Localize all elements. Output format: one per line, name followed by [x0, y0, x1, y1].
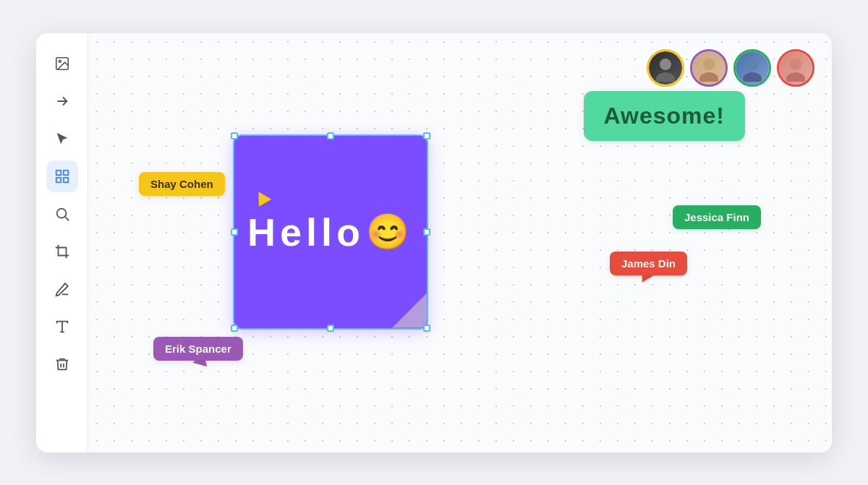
avatar-user3[interactable] — [733, 49, 771, 87]
svg-point-16 — [743, 72, 762, 82]
handle-tr[interactable] — [423, 132, 430, 140]
handle-tl[interactable] — [231, 132, 238, 140]
hello-emoji: 😊 — [366, 212, 414, 252]
svg-rect-5 — [56, 177, 60, 181]
avatar-image-4 — [779, 51, 812, 85]
svg-point-15 — [746, 59, 758, 70]
tool-search[interactable] — [46, 198, 78, 230]
tool-select[interactable] — [46, 123, 78, 155]
name-tag-jessica: Jessica Finn — [673, 205, 761, 229]
awesome-badge: Awesome! — [584, 91, 745, 141]
shay-name: Shay Cohen — [150, 178, 213, 190]
tool-text[interactable] — [46, 311, 78, 343]
svg-point-1 — [59, 60, 61, 62]
avatars-row — [647, 49, 814, 87]
svg-rect-4 — [63, 170, 67, 174]
svg-point-7 — [56, 208, 66, 218]
purple-card[interactable]: Hello😊 — [233, 134, 428, 330]
svg-point-12 — [656, 72, 675, 82]
avatar-user1[interactable] — [647, 49, 684, 87]
name-tag-shay: Shay Cohen — [139, 172, 225, 196]
james-name: James Din — [621, 257, 676, 270]
tool-crop[interactable] — [46, 236, 78, 267]
tool-delete[interactable] — [46, 348, 78, 380]
tool-pen[interactable] — [46, 273, 78, 305]
handle-mr[interactable] — [423, 228, 430, 236]
svg-point-18 — [786, 72, 805, 82]
tool-image[interactable] — [46, 48, 78, 80]
svg-point-17 — [790, 59, 801, 70]
svg-line-8 — [65, 217, 69, 220]
svg-rect-3 — [56, 170, 60, 174]
avatar-user2[interactable] — [690, 49, 728, 87]
app-container: Awesome! Hello😊 Shay Cohen — [36, 33, 832, 452]
name-tag-erik: Erik Spancer — [153, 337, 243, 361]
handle-bm[interactable] — [327, 325, 334, 332]
svg-point-11 — [660, 59, 671, 70]
name-tag-james: James Din — [610, 252, 687, 275]
svg-point-13 — [703, 59, 715, 70]
svg-rect-6 — [63, 177, 67, 181]
awesome-text: Awesome! — [604, 103, 725, 129]
handle-tm[interactable] — [327, 132, 334, 140]
avatar-image-3 — [736, 51, 769, 85]
tool-arrow[interactable] — [46, 85, 78, 117]
handle-ml[interactable] — [231, 228, 238, 236]
avatar-user4[interactable] — [777, 49, 814, 87]
tool-frame[interactable] — [46, 160, 78, 192]
toolbar-sidebar — [36, 33, 88, 452]
hello-word: Hello — [247, 210, 365, 254]
handle-bl[interactable] — [231, 325, 238, 332]
erik-name: Erik Spancer — [165, 343, 231, 355]
avatar-image-2 — [692, 51, 726, 85]
jessica-name: Jessica Finn — [684, 211, 749, 223]
handle-br[interactable] — [423, 325, 430, 332]
avatar-image-1 — [649, 51, 682, 85]
svg-point-14 — [699, 72, 718, 82]
canvas-area[interactable]: Awesome! Hello😊 Shay Cohen — [88, 33, 832, 452]
hello-text: Hello😊 — [247, 210, 414, 254]
